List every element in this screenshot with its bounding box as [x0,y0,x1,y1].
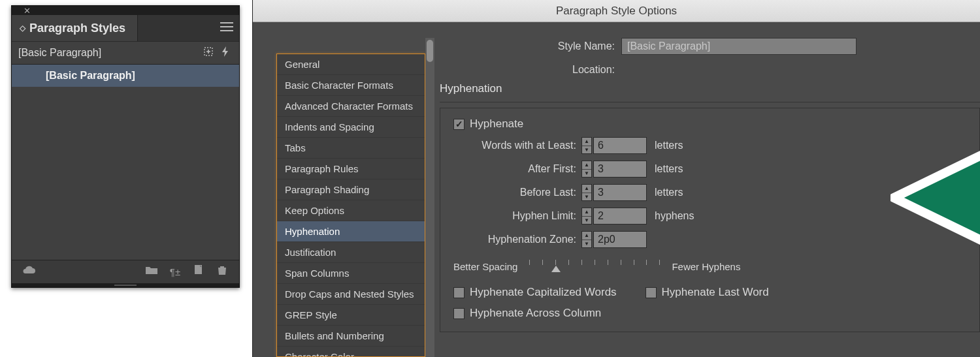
after-first-input[interactable] [593,161,647,178]
hyphenation-zone-input[interactable] [593,231,647,248]
list-item[interactable]: [Basic Paragraph] [12,65,239,87]
style-name-row: Style Name: [440,38,980,55]
words-at-least-row: Words with at Least: ▲▼ letters [453,137,966,154]
new-style-icon[interactable] [200,46,217,61]
unit-letters: letters [655,140,683,151]
new-page-icon[interactable] [187,264,210,279]
unit-letters: letters [655,163,683,175]
quick-apply-icon[interactable] [217,46,234,61]
panel-footer: ¶± [12,260,239,283]
paragraph-styles-tab[interactable]: ◇ Paragraph Styles [12,15,138,41]
across-column-checkbox[interactable]: Hyphenate Across Column [453,307,601,320]
category-item[interactable]: Justification [277,242,425,263]
hyphenation-slider-row: Better Spacing Fewer Hyphens [453,260,966,273]
paragraph-style-options-dialog: Paragraph Style Options GeneralBasic Cha… [252,0,980,357]
before-last-input[interactable] [593,184,647,201]
style-list: [Basic Paragraph] [12,65,239,260]
category-item[interactable]: Span Columns [277,263,425,284]
hyphen-limit-label: Hyphen Limit: [453,210,576,222]
category-item[interactable]: Keep Options [277,200,425,221]
hyphenation-group: ✓ Hyphenate Words with at Least: ▲▼ lett… [440,108,980,332]
panel-resize-handle[interactable] [12,283,239,287]
after-first-label: After First: [453,163,576,175]
panel-title-bar: ✕ [12,6,239,15]
category-item[interactable]: Hyphenation [277,221,425,242]
after-first-row: After First: ▲▼ letters [453,161,966,178]
category-item[interactable]: Drop Caps and Nested Styles [277,284,425,305]
dialog-content: Style Name: Location: Hyphenation ✓ Hyph… [440,38,980,357]
hyphenation-slider[interactable] [529,260,660,273]
category-item[interactable]: Basic Character Formats [277,75,425,96]
last-word-label: Hyphenate Last Word [662,286,769,299]
slider-right-label: Fewer Hyphens [672,261,740,272]
dialog-title: Paragraph Style Options [253,0,980,22]
across-column-label: Hyphenate Across Column [470,307,601,320]
words-at-least-input[interactable] [593,137,647,154]
panel-header-row: [Basic Paragraph] [12,41,239,65]
panel-tab-row: ◇ Paragraph Styles [12,15,239,41]
category-item[interactable]: Indents and Spacing [277,117,425,138]
hyphen-limit-spinner[interactable]: ▲▼ [581,208,592,225]
cloud-icon[interactable] [17,265,41,279]
hyphenation-zone-label: Hyphenation Zone: [453,234,576,245]
expand-icon: ◇ [20,23,25,33]
hyphenation-zone-row: Hyphenation Zone: ▲▼ [453,231,966,248]
slider-thumb[interactable] [551,266,561,272]
after-first-spinner[interactable]: ▲▼ [581,161,592,178]
location-row: Location: [440,61,980,78]
cap-words-label: Hyphenate Capitalized Words [470,286,617,299]
before-last-row: Before Last: ▲▼ letters [453,184,966,201]
clear-override-icon[interactable]: ¶± [163,266,187,277]
cap-words-checkbox[interactable]: Hyphenate Capitalized Words [453,286,617,299]
list-item-label: [Basic Paragraph] [46,70,135,81]
before-last-label: Before Last: [453,187,576,198]
category-item[interactable]: GREP Style [277,305,425,326]
dialog-body: GeneralBasic Character FormatsAdvanced C… [253,22,980,357]
category-item[interactable]: Tabs [277,138,425,159]
hyphen-limit-row: Hyphen Limit: ▲▼ hyphens [453,208,966,225]
checkbox-box [645,287,657,298]
category-item[interactable]: Paragraph Shading [277,179,425,200]
checkbox-box: ✓ [453,119,465,130]
category-item[interactable]: Advanced Character Formats [277,96,425,117]
style-name-label: Style Name: [440,40,615,52]
category-item[interactable]: General [277,54,425,75]
category-list: GeneralBasic Character FormatsAdvanced C… [276,54,425,357]
category-scrollbar[interactable] [425,38,434,357]
hyphenate-checkbox[interactable]: ✓ Hyphenate [453,117,523,131]
checkbox-box [453,287,465,298]
words-at-least-spinner[interactable]: ▲▼ [581,137,592,154]
close-icon[interactable]: ✕ [24,7,31,15]
hyphen-limit-input[interactable] [593,208,647,225]
section-title: Hyphenation [440,82,980,102]
unit-hyphens: hyphens [655,210,694,222]
words-at-least-label: Words with at Least: [453,140,576,151]
paragraph-styles-panel: ✕ ◇ Paragraph Styles [Basic Paragraph] [… [11,5,240,288]
current-style-name: [Basic Paragraph] [18,47,200,59]
style-name-input[interactable] [621,38,857,55]
category-item[interactable]: Paragraph Rules [277,159,425,179]
location-label: Location: [440,64,615,76]
folder-icon[interactable] [140,265,163,279]
category-item[interactable]: Character Color [277,347,425,357]
trash-icon[interactable] [210,264,234,279]
unit-letters: letters [655,187,683,198]
hyphenate-label: Hyphenate [470,117,523,131]
last-word-checkbox[interactable]: Hyphenate Last Word [645,286,769,299]
scrollbar-thumb[interactable] [427,40,433,62]
category-item[interactable]: Bullets and Numbering [277,326,425,347]
panel-title: Paragraph Styles [29,22,125,35]
hyphenation-zone-spinner[interactable]: ▲▼ [581,231,592,248]
slider-left-label: Better Spacing [453,261,517,272]
panel-menu-icon[interactable] [220,22,234,32]
before-last-spinner[interactable]: ▲▼ [581,184,592,201]
checkbox-box [453,308,465,319]
